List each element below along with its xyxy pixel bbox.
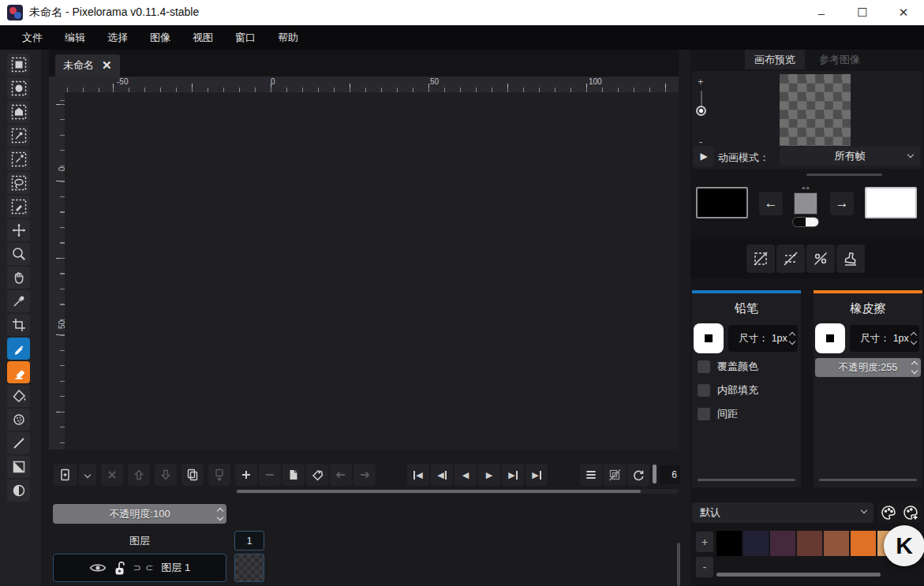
document-tab[interactable]: 未命名 ✕ (55, 54, 120, 77)
layer-name[interactable]: 图层 1 (161, 561, 190, 575)
spacing-checkbox[interactable] (698, 408, 710, 420)
tool-shading-button[interactable] (7, 409, 30, 431)
tool-rectangle-button[interactable] (7, 456, 30, 478)
palette-swatch[interactable] (716, 531, 742, 556)
palette-horizontal-scrollbar[interactable] (716, 573, 881, 577)
eraser-opacity-slider[interactable]: 不透明度:255 (815, 358, 921, 377)
move-color-right-button[interactable]: → (830, 192, 854, 215)
preview-zoom-knob[interactable] (696, 106, 706, 116)
timeline-settings-button[interactable] (580, 464, 602, 486)
tool-paint-select-button[interactable] (7, 196, 30, 218)
scrollbar-thumb[interactable] (237, 490, 641, 493)
swap-colors-icon[interactable]: ↔ (792, 179, 819, 192)
next-frame-button[interactable]: ▶ (502, 464, 524, 486)
tool-zoom-button[interactable] (7, 243, 30, 265)
previous-frame-button[interactable]: ◀ (431, 464, 453, 486)
panel-scrollbar[interactable] (698, 479, 795, 481)
palette-swatch[interactable] (743, 531, 769, 556)
palette-swatch[interactable] (824, 531, 849, 556)
layers-vertical-scrollbar[interactable] (677, 543, 680, 586)
menu-window[interactable]: 窗口 (224, 25, 267, 50)
first-frame-button[interactable]: ◀ (407, 464, 429, 486)
tool-pencil-button[interactable] (7, 338, 30, 360)
layer-opacity-slider[interactable]: 不透明度:100 (53, 504, 226, 524)
tool-crop-button[interactable] (7, 314, 30, 336)
tool-line-button[interactable] (7, 432, 30, 454)
layer-visibility-eye-icon[interactable] (89, 562, 107, 573)
edit-palette-button[interactable] (877, 502, 899, 523)
canvas-viewport[interactable] (65, 92, 679, 450)
move-color-left-button[interactable]: ← (759, 192, 783, 215)
menu-view[interactable]: 视图 (181, 25, 224, 50)
menu-file[interactable]: 文件 (11, 25, 54, 50)
new-palette-button[interactable] (900, 502, 922, 523)
layer-row[interactable]: ⊃ ⊂ 图层 1 (53, 554, 226, 582)
tool-color-picker-button[interactable] (7, 290, 30, 312)
menu-help[interactable]: 帮助 (267, 25, 309, 50)
fill-inside-checkbox[interactable] (698, 384, 710, 397)
tool-eraser-button[interactable] (7, 361, 30, 383)
black-white-toggle[interactable] (792, 217, 819, 227)
move-frame-left-button[interactable] (330, 464, 352, 486)
frame-number-button[interactable]: 1 (234, 531, 264, 551)
delete-layer-button[interactable] (101, 464, 123, 486)
eraser-size-input[interactable]: 尺寸：1px (850, 325, 919, 352)
fps-input[interactable]: 6 (660, 465, 680, 484)
layer-lock-icon[interactable] (114, 561, 126, 576)
add-layer-dropdown[interactable] (79, 464, 96, 486)
eraser-brush-button[interactable] (815, 323, 845, 353)
preview-zoom-in[interactable]: + (698, 76, 704, 88)
layer-link-icon[interactable]: ⊃ ⊂ (133, 562, 154, 573)
overwrite-color-checkbox[interactable] (698, 360, 710, 373)
remove-frame-button[interactable] (259, 464, 281, 486)
clone-layer-button[interactable] (181, 464, 204, 486)
menu-select[interactable]: 选择 (96, 25, 139, 50)
merge-down-button[interactable] (208, 464, 230, 486)
tool-pan-button[interactable] (7, 267, 30, 289)
opacity-spinner[interactable] (218, 504, 223, 524)
palette-swatch[interactable] (851, 531, 876, 556)
play-backwards-button[interactable]: ◀ (455, 464, 477, 486)
tool-ellipse-button[interactable] (7, 480, 30, 502)
tool-bucket-button[interactable] (7, 385, 30, 407)
horizontal-mirror-button[interactable] (746, 244, 775, 273)
loop-button[interactable] (627, 464, 649, 486)
minimize-button[interactable]: – (801, 0, 842, 25)
add-palette-color-button[interactable]: + (696, 532, 713, 552)
timeline-vertical-scrollbar[interactable] (653, 465, 657, 483)
tool-move-button[interactable] (7, 219, 30, 241)
tool-color-select-button[interactable] (7, 125, 30, 147)
pixel-perfect-button[interactable] (806, 244, 835, 273)
palette-swatch[interactable] (770, 531, 795, 556)
cel-thumbnail[interactable] (234, 554, 264, 582)
remove-palette-color-button[interactable]: - (696, 557, 713, 577)
close-button[interactable]: ✕ (883, 0, 924, 25)
maximize-button[interactable]: ☐ (842, 0, 883, 25)
tool-ellipse-select-button[interactable] (7, 77, 30, 99)
panel-resize-handle[interactable] (806, 174, 882, 176)
last-frame-button[interactable]: ▶ (526, 464, 548, 486)
panel-scrollbar[interactable] (819, 479, 917, 481)
tool-rectangle-select-button[interactable] (7, 54, 30, 76)
copy-frame-button[interactable] (282, 464, 305, 486)
tool-lasso-button[interactable] (7, 172, 30, 194)
alpha-lock-button[interactable] (836, 244, 865, 273)
play-button[interactable]: ▶ (478, 464, 500, 486)
palette-dropdown[interactable]: 默认 (692, 502, 873, 523)
eraser-opacity-spinner[interactable] (912, 358, 917, 377)
preview-play-button[interactable]: ▶ (694, 146, 714, 166)
timeline-horizontal-scrollbar[interactable] (235, 489, 679, 494)
move-layer-down-button[interactable] (155, 464, 177, 486)
add-layer-button[interactable] (54, 464, 77, 486)
tool-polygon-select-button[interactable] (7, 101, 30, 123)
onion-skinning-button[interactable] (604, 464, 626, 486)
menu-edit[interactable]: 编辑 (54, 25, 96, 50)
eraser-size-spinner[interactable] (911, 325, 916, 352)
vertical-mirror-button[interactable] (776, 244, 805, 273)
tab-canvas-preview[interactable]: 画布预览 (745, 50, 805, 69)
pencil-size-input[interactable]: 尺寸：1px (728, 325, 798, 352)
current-color-indicator[interactable] (794, 192, 817, 215)
move-layer-up-button[interactable] (128, 464, 150, 486)
tab-close-icon[interactable]: ✕ (102, 58, 112, 73)
menu-image[interactable]: 图像 (139, 25, 181, 50)
